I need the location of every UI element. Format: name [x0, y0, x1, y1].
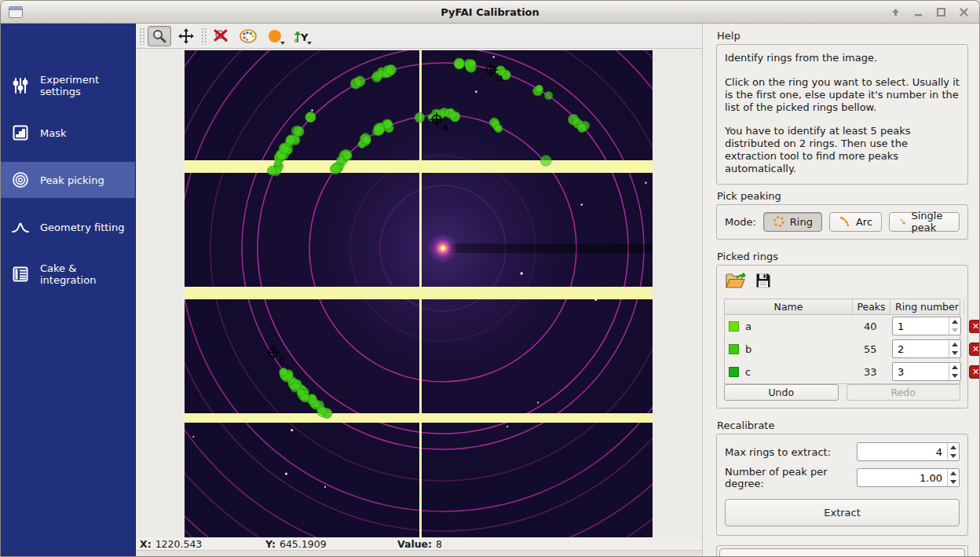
- ring-number-spinbox: [892, 339, 961, 358]
- y-axis-button[interactable]: 0Y: [290, 26, 313, 46]
- ring-number-spinbox: [892, 362, 961, 381]
- svg-text:0: 0: [294, 38, 298, 43]
- reset-zoom-button[interactable]: [210, 26, 233, 46]
- sidebar-item-peak-picking[interactable]: Peak picking: [1, 162, 135, 198]
- ring-number-input[interactable]: [893, 317, 949, 335]
- maximize-button[interactable]: [933, 5, 949, 19]
- close-button[interactable]: [956, 5, 971, 19]
- sidebar-item-mask[interactable]: Mask: [1, 115, 135, 151]
- column-peaks: Peaks: [853, 299, 890, 314]
- shade-button[interactable]: [887, 5, 903, 19]
- sidebar-item-cake-integration[interactable]: Cake & integration: [1, 256, 135, 292]
- status-y-value: 645.1909: [280, 538, 327, 550]
- help-paragraph: You have to identify at least 5 peaks di…: [725, 125, 960, 174]
- svg-text:a: a: [442, 121, 448, 133]
- delete-ring-button[interactable]: ✕: [969, 343, 979, 356]
- spin-up-button[interactable]: [949, 317, 960, 326]
- spin-up-button[interactable]: [948, 443, 959, 452]
- peaks-per-degree-spinbox: [857, 468, 960, 487]
- undo-button[interactable]: Undo: [724, 384, 839, 401]
- svg-text:b: b: [496, 71, 503, 83]
- ring-color-swatch: [729, 321, 739, 332]
- ring-mode-icon: [773, 215, 785, 228]
- sidebar-item-label: Experiment settings: [40, 74, 135, 97]
- mode-ring-label: Ring: [790, 216, 813, 228]
- sidebar-item-label: Mask: [40, 127, 66, 139]
- picked-rings-table: Name Peaks Ring number a 40 ✕: [724, 299, 960, 384]
- ring-number-input[interactable]: [893, 340, 949, 357]
- pan-button[interactable]: [174, 26, 198, 46]
- plot-toolbar: 0Y: [136, 24, 702, 49]
- diffraction-canvas[interactable]: abc: [136, 49, 701, 537]
- redo-button[interactable]: Redo: [847, 384, 961, 401]
- mode-ring-button[interactable]: Ring: [763, 212, 822, 232]
- max-rings-label: Max rings to extract:: [725, 446, 855, 458]
- peaks-per-degree-input[interactable]: [858, 469, 947, 486]
- mode-arc-button[interactable]: Arc: [829, 212, 882, 232]
- sliders-icon: [11, 76, 30, 95]
- spin-down-button[interactable]: [948, 452, 959, 460]
- ring-number-spinbox: [892, 317, 961, 335]
- status-value: 8: [436, 538, 442, 550]
- zoom-button[interactable]: [148, 26, 171, 46]
- mode-arc-label: Arc: [856, 216, 872, 228]
- sidebar-item-label: Cake & integration: [40, 262, 135, 286]
- dropdown-arrow-icon: [280, 42, 285, 45]
- right-panel: Help Identify rings from the image. Clic…: [703, 24, 979, 556]
- palette-icon: [239, 28, 258, 44]
- column-name: Name: [725, 299, 853, 314]
- pick-peaking-section-title: Pick peaking: [717, 190, 968, 202]
- single-peak-mode-icon: [898, 215, 906, 228]
- title-bar: PyFAI Calibration: [1, 1, 979, 24]
- status-value-label: Value:: [397, 538, 432, 550]
- spin-down-button[interactable]: [948, 478, 959, 486]
- mode-single-peak-button[interactable]: Single peak: [889, 212, 960, 232]
- delete-ring-button[interactable]: ✕: [969, 320, 979, 333]
- toolbar-grip: [139, 27, 144, 45]
- spin-up-button[interactable]: [948, 469, 959, 478]
- ring-name: b: [745, 343, 853, 355]
- window-title: PyFAI Calibration: [1, 6, 979, 18]
- palette-button[interactable]: [236, 26, 260, 46]
- load-rings-button[interactable]: [726, 273, 746, 291]
- picked-rings-box: Name Peaks Ring number a 40 ✕: [716, 265, 968, 409]
- delete-ring-button[interactable]: ✕: [969, 365, 979, 379]
- pan-icon: [177, 27, 195, 45]
- sidebar-item-experiment-settings[interactable]: Experiment settings: [1, 68, 135, 104]
- recalibrate-box: Max rings to extract: Number of peak per…: [716, 434, 968, 536]
- ring-peaks-count: 33: [853, 366, 890, 378]
- spin-up-button[interactable]: [949, 363, 960, 372]
- spin-down-button[interactable]: [949, 372, 960, 380]
- mask-icon: [11, 123, 30, 142]
- help-paragraph: Identify rings from the image.: [725, 52, 960, 64]
- sidebar-item-label: Geometry fitting: [40, 222, 124, 233]
- table-row: a 40 ✕: [725, 315, 960, 338]
- status-x-value: 1220.543: [155, 538, 203, 550]
- ring-number-input[interactable]: [893, 363, 949, 380]
- color-mode-button[interactable]: [263, 26, 287, 46]
- sidebar-item-geometry-fitting[interactable]: Geometry fitting: [1, 209, 135, 245]
- status-y-label: Y:: [265, 538, 276, 550]
- ring-name: c: [745, 366, 853, 378]
- ring-peaks-count: 40: [853, 321, 890, 332]
- app-window: PyFAI Calibration Exp: [0, 0, 980, 557]
- minimize-button[interactable]: [910, 5, 926, 19]
- peaks-per-degree-label: Number of peak per degree:: [725, 466, 855, 489]
- concentric-rings-icon: [11, 170, 30, 189]
- recalibrate-section-title: Recalibrate: [717, 420, 968, 431]
- mode-single-peak-label: Single peak: [912, 210, 951, 233]
- toolbar-grip: [201, 27, 207, 45]
- ring-peaks-count: 55: [853, 343, 890, 355]
- table-row: b 55 ✕: [725, 338, 960, 361]
- extract-button[interactable]: Extract: [725, 499, 960, 526]
- spin-down-button[interactable]: [949, 326, 960, 335]
- svg-text:c: c: [279, 354, 284, 366]
- help-section-title: Help: [717, 30, 968, 42]
- picked-rings-section-title: Picked rings: [717, 251, 968, 262]
- spin-up-button[interactable]: [949, 340, 960, 349]
- save-rings-button[interactable]: [755, 273, 771, 291]
- spin-down-button[interactable]: [949, 349, 960, 357]
- max-rings-input[interactable]: [858, 443, 947, 460]
- next-button[interactable]: Next >: [719, 548, 965, 556]
- open-folder-icon: [726, 273, 746, 289]
